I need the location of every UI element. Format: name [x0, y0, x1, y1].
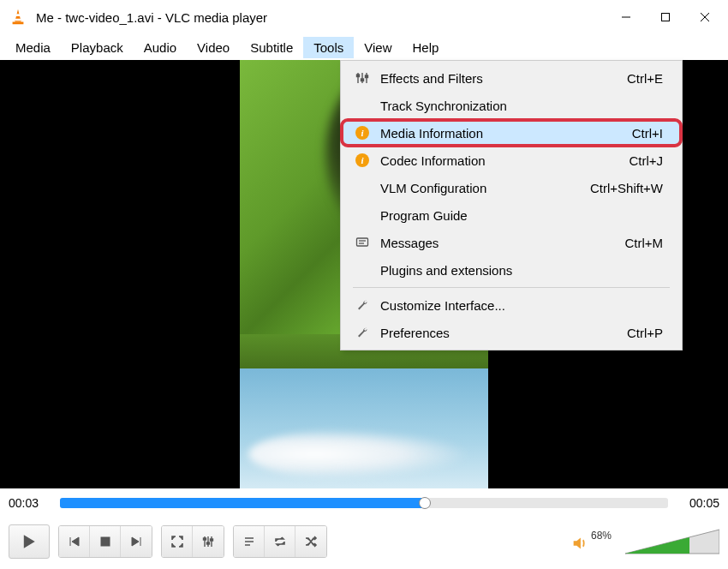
window-controls: [606, 0, 725, 34]
volume-area: 68%: [570, 528, 719, 555]
menu-item-label: Media Information: [380, 126, 632, 141]
menu-item-customize-interface[interactable]: Customize Interface...: [341, 291, 682, 319]
menu-item-shortcut: Ctrl+J: [629, 153, 670, 168]
svg-rect-20: [211, 539, 213, 541]
total-time: 00:05: [675, 496, 719, 510]
fullscreen-button[interactable]: [162, 526, 193, 557]
svg-rect-11: [357, 238, 368, 246]
extended-settings-button[interactable]: [193, 526, 224, 557]
close-button[interactable]: [685, 0, 725, 34]
svg-rect-0: [13, 22, 24, 25]
next-button[interactable]: [121, 526, 152, 557]
volume-percent: 68%: [591, 530, 612, 542]
messages-icon: [353, 236, 372, 249]
nav-group: [58, 525, 152, 558]
view-group: [161, 525, 224, 558]
menu-tools[interactable]: Tools: [303, 37, 354, 58]
seek-thumb[interactable]: [419, 497, 431, 509]
playlist-button[interactable]: [234, 526, 265, 557]
menubar: Media Playback Audio Video Subtitle Tool…: [0, 34, 728, 60]
controls-row: 68%: [0, 518, 728, 566]
menu-item-shortcut: Ctrl+E: [627, 71, 670, 86]
minimize-button[interactable]: [606, 0, 646, 34]
menu-item-label: Codec Information: [380, 153, 629, 168]
menu-item-label: Program Guide: [380, 208, 663, 223]
menu-item-label: Customize Interface...: [380, 298, 663, 313]
menu-item-label: Preferences: [380, 326, 627, 340]
seek-slider[interactable]: [60, 498, 668, 508]
menu-help[interactable]: Help: [403, 37, 450, 58]
menu-audio[interactable]: Audio: [134, 37, 187, 58]
menu-item-program-guide[interactable]: Program Guide: [341, 201, 682, 229]
menu-item-shortcut: Ctrl+P: [627, 326, 670, 340]
window-title: Me - twc-video_1.avi - VLC media player: [36, 10, 606, 25]
menu-item-codec-information[interactable]: i Codec Information Ctrl+J: [341, 147, 682, 174]
menu-item-preferences[interactable]: Preferences Ctrl+P: [341, 319, 682, 346]
menu-video[interactable]: Video: [187, 37, 240, 58]
random-button[interactable]: [295, 526, 326, 557]
tools-dropdown: Effects and Filters Ctrl+E Track Synchro…: [340, 60, 683, 350]
menu-view[interactable]: View: [354, 37, 402, 58]
menu-separator: [353, 287, 670, 288]
maximize-button[interactable]: [646, 0, 685, 34]
info-icon: i: [353, 153, 372, 167]
speaker-icon[interactable]: [570, 534, 589, 555]
svg-rect-19: [207, 542, 210, 544]
wrench-icon: [353, 326, 372, 339]
menu-playback[interactable]: Playback: [61, 37, 134, 58]
svg-rect-2: [662, 14, 670, 21]
menu-item-shortcut: Ctrl+Shift+W: [590, 181, 670, 195]
volume-slider[interactable]: [625, 528, 719, 555]
sliders-icon: [353, 71, 372, 85]
menu-item-vlm-configuration[interactable]: VLM Configuration Ctrl+Shift+W: [341, 174, 682, 201]
vlc-cone-icon: [9, 8, 27, 27]
menu-item-shortcut: Ctrl+I: [632, 126, 670, 141]
menu-item-plugins-extensions[interactable]: Plugins and extensions: [341, 256, 682, 284]
playlist-group: [233, 525, 327, 558]
stop-button[interactable]: [90, 526, 121, 557]
svg-rect-9: [361, 79, 364, 81]
menu-item-label: Track Synchronization: [380, 99, 663, 113]
video-area[interactable]: Effects and Filters Ctrl+E Track Synchro…: [0, 60, 728, 488]
svg-rect-18: [204, 538, 206, 540]
menu-item-label: Plugins and extensions: [380, 263, 663, 278]
menu-item-label: Messages: [380, 236, 624, 250]
menu-media[interactable]: Media: [5, 37, 61, 58]
wrench-icon: [353, 298, 372, 312]
menu-item-track-sync[interactable]: Track Synchronization: [341, 92, 682, 119]
previous-button[interactable]: [59, 526, 90, 557]
menu-item-media-information[interactable]: i Media Information Ctrl+I: [341, 119, 682, 147]
menu-item-messages[interactable]: Messages Ctrl+M: [341, 229, 682, 256]
svg-rect-8: [357, 75, 360, 77]
loop-button[interactable]: [265, 526, 295, 557]
menu-subtitle[interactable]: Subtitle: [240, 37, 303, 58]
seek-row: 00:03 00:05: [0, 488, 728, 518]
svg-rect-10: [366, 75, 368, 78]
svg-rect-14: [101, 537, 110, 546]
menu-item-label: Effects and Filters: [380, 71, 627, 86]
info-icon: i: [353, 126, 372, 140]
menu-item-effects-filters[interactable]: Effects and Filters Ctrl+E: [341, 64, 682, 92]
play-button[interactable]: [9, 524, 50, 559]
titlebar: Me - twc-video_1.avi - VLC media player: [0, 0, 728, 34]
menu-item-shortcut: Ctrl+M: [624, 236, 670, 250]
menu-item-label: VLM Configuration: [380, 181, 590, 195]
current-time: 00:03: [9, 496, 53, 510]
